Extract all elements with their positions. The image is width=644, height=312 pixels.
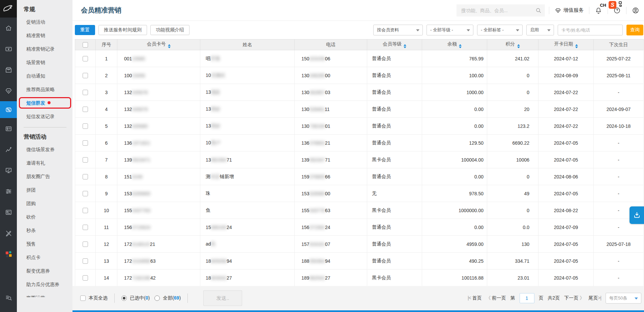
sort-icon[interactable]	[459, 44, 462, 48]
menu-item[interactable]: 砍价	[17, 210, 72, 224]
menu-item[interactable]: 邀请有礼	[17, 156, 72, 170]
nav-sliders-icon[interactable]	[0, 181, 17, 202]
nav-cash-icon[interactable]	[0, 38, 17, 59]
menu-item[interactable]: 预售	[17, 237, 72, 251]
menu-item-label: 秒杀	[26, 228, 36, 233]
row-checkbox[interactable]	[83, 73, 88, 78]
cell-balance: 0.00	[422, 168, 487, 185]
column-header[interactable]: 会员等级	[367, 39, 422, 50]
menu-item-label: 短信发送记录	[26, 114, 55, 119]
keyword-input[interactable]	[558, 25, 623, 35]
page-number-input[interactable]	[520, 293, 534, 303]
tag-select[interactable]: - 全部标签 -	[477, 25, 523, 35]
keyboard-icon[interactable]	[619, 1, 622, 7]
nav-chart-icon[interactable]	[0, 139, 17, 160]
status-select[interactable]: 启用	[526, 25, 554, 35]
nav-package-icon[interactable]	[0, 59, 17, 80]
nav-id-badge-icon[interactable]	[0, 118, 17, 139]
last-page-button[interactable]: 尾页>|	[588, 295, 601, 301]
menu-item[interactable]: 积点卡	[17, 251, 72, 264]
select-page-checkbox[interactable]	[80, 295, 86, 301]
column-header[interactable]: 余额	[422, 39, 487, 50]
sort-icon[interactable]	[575, 44, 578, 48]
column-header[interactable]: 姓名	[200, 39, 295, 50]
menu-item[interactable]: 商圈运营	[17, 291, 72, 297]
row-checkbox[interactable]	[83, 174, 88, 179]
column-header[interactable]: 下次生日	[594, 39, 644, 50]
select-all-checkbox[interactable]	[83, 42, 88, 48]
menu-item[interactable]: 秒杀	[17, 224, 72, 237]
menu-item[interactable]: 助力瓜分优惠券	[17, 278, 72, 291]
menu-item[interactable]: 微信场景发券	[17, 143, 72, 156]
app-logo[interactable]	[0, 0, 17, 18]
nav-tools-icon[interactable]	[0, 223, 17, 244]
sort-icon[interactable]	[404, 44, 406, 48]
all-radio-option[interactable]: 全部(69)	[154, 295, 181, 301]
row-checkbox[interactable]	[83, 275, 88, 281]
level-select[interactable]: - 全部等级 -	[427, 25, 473, 35]
column-header[interactable]: 序号	[96, 39, 117, 50]
row-checkbox[interactable]	[83, 56, 88, 61]
menu-item[interactable]: 裂变优惠券	[17, 264, 72, 278]
menu-item[interactable]: 团购	[17, 197, 72, 210]
first-page-button[interactable]: |< 首页	[468, 295, 482, 301]
ime-language[interactable]: CH	[600, 3, 606, 8]
value-added-services[interactable]: 增值服务	[555, 7, 584, 14]
menu-item[interactable]: 促销活动	[17, 15, 72, 29]
menu-item[interactable]: 精准营销记录	[17, 42, 72, 56]
row-checkbox[interactable]	[83, 123, 88, 129]
row-checkbox[interactable]	[83, 157, 88, 163]
nav-search-list-icon[interactable]	[0, 287, 17, 308]
nav-apps-colored[interactable]	[0, 244, 17, 264]
menu-item[interactable]: 自动通知	[17, 69, 72, 83]
menu-item[interactable]: 短信发送记录	[17, 110, 72, 123]
row-checkbox[interactable]	[83, 107, 88, 112]
prev-page-button[interactable]: 《 前一页	[486, 295, 506, 301]
nav-diamond-icon[interactable]	[0, 80, 17, 101]
menu-item[interactable]: 短信群发	[17, 96, 72, 110]
row-checkbox[interactable]	[83, 140, 88, 146]
row-checkbox[interactable]	[83, 191, 88, 196]
row-checkbox[interactable]	[83, 242, 88, 247]
sort-icon[interactable]	[517, 44, 520, 48]
menu-item[interactable]: 推荐商品策略	[17, 83, 72, 96]
row-checkbox[interactable]	[83, 258, 88, 264]
radio-all[interactable]	[154, 295, 160, 301]
push-time-rule-button[interactable]: 推送服务时间规则	[98, 25, 147, 35]
reset-button[interactable]: 重置	[75, 25, 95, 35]
column-header[interactable]: 开卡日期	[538, 39, 594, 50]
row-checkbox[interactable]	[83, 90, 88, 95]
redacted-text: 双好	[211, 106, 221, 112]
menu-item[interactable]: 朋友圈广告	[17, 170, 72, 183]
nav-screen-percent-icon[interactable]	[0, 160, 17, 181]
member-info-select[interactable]: 按会员资料	[373, 25, 423, 35]
query-button[interactable]: 查询	[626, 25, 643, 35]
selected-radio-option[interactable]: 已选中(0)	[121, 295, 150, 301]
column-header[interactable]: 电话	[295, 39, 367, 50]
radio-selected[interactable]	[121, 295, 127, 301]
nav-home-icon[interactable]	[0, 18, 17, 38]
account-button[interactable]	[632, 7, 639, 14]
menu-item[interactable]: 拼团	[17, 183, 72, 197]
side-menu: 常规 促销活动 精准营销 精准营销记录 场景营销 自动通知	[17, 0, 72, 312]
send-button[interactable]: 发送..	[203, 290, 242, 306]
nav-cash-register-icon[interactable]	[0, 202, 17, 223]
next-page-button[interactable]: 下一页 》	[564, 295, 584, 301]
video-intro-button[interactable]: 功能视频介绍	[150, 25, 189, 35]
column-header[interactable]	[75, 39, 96, 50]
nav-coupon-active[interactable]	[0, 101, 17, 118]
sort-icon[interactable]	[168, 44, 171, 48]
magnifier-icon[interactable]	[535, 7, 541, 13]
export-download-button[interactable]	[630, 206, 644, 224]
page-size-select[interactable]: 每页50条	[606, 293, 641, 304]
column-label: 开卡日期	[554, 41, 573, 47]
column-header[interactable]: 积分	[487, 39, 538, 50]
menu-item[interactable]: 场景营销	[17, 56, 72, 69]
sogou-logo[interactable]: S	[609, 1, 616, 9]
row-checkbox[interactable]	[83, 225, 88, 230]
column-header[interactable]: 会员卡号	[117, 39, 200, 50]
global-search-input[interactable]	[457, 4, 545, 17]
cell-next-birthday: -	[594, 84, 644, 101]
menu-item[interactable]: 精准营销	[17, 29, 72, 42]
row-checkbox[interactable]	[83, 208, 88, 213]
